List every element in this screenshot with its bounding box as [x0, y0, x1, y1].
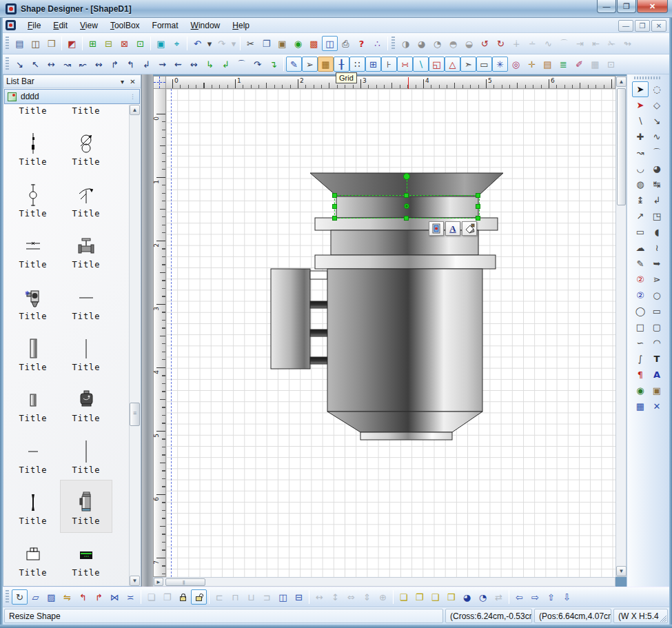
mirror-horizontal-button[interactable]: ⋈: [107, 589, 123, 605]
toolbar-grip[interactable]: [6, 590, 9, 604]
selection-handle-7[interactable]: [476, 216, 480, 221]
canvas-scroll-down-icon[interactable]: ▼: [616, 566, 627, 576]
canvas-scroll-right-icon[interactable]: ►: [154, 578, 163, 586]
arc-tool-button[interactable]: ◡: [632, 161, 649, 176]
text-block-tool-button[interactable]: ¶: [632, 367, 649, 383]
skew-horizontal-button[interactable]: ▱: [28, 589, 43, 605]
behind-shape-button[interactable]: ◔: [475, 589, 491, 605]
menu-file[interactable]: File: [21, 19, 47, 32]
wave-tool-button[interactable]: ∽: [632, 335, 649, 351]
sketch-fill-tool-button[interactable]: ✎: [632, 256, 649, 272]
path-node-tool-button[interactable]: ◇: [649, 97, 665, 113]
combine-shapes-button[interactable]: ◕: [414, 36, 429, 51]
child-close-button[interactable]: ✕: [651, 20, 666, 32]
list-item[interactable]: Title: [61, 121, 112, 172]
unlock-shape-button[interactable]: [191, 589, 207, 605]
selection-handle-4[interactable]: [476, 204, 480, 209]
bring-forward-button[interactable]: ❏: [396, 589, 411, 605]
list-item[interactable]: Title: [61, 173, 112, 224]
scribble-tool-button[interactable]: ≀: [649, 240, 665, 256]
arc-point-tool-button[interactable]: ⌒: [649, 145, 665, 161]
lasso-select-tool-button[interactable]: ◌: [649, 81, 665, 97]
arc-node-button[interactable]: ⌒: [234, 57, 250, 72]
list-item[interactable]: Title: [8, 173, 59, 224]
free-rotate-button[interactable]: ↻: [12, 589, 28, 605]
layers-button[interactable]: ≣: [556, 57, 571, 72]
shape-properties-button[interactable]: [429, 221, 444, 236]
ellipse-tool-button[interactable]: ○: [649, 287, 665, 303]
minimize-button[interactable]: —: [597, 0, 616, 13]
menu-toolbox[interactable]: ToolBox: [104, 19, 146, 32]
delete-tool-button[interactable]: ✕: [649, 398, 665, 414]
child-minimize-button[interactable]: —: [618, 20, 633, 32]
connector-zigzag-start-arrow-button[interactable]: ↜: [75, 57, 91, 72]
in-front-of-shape-button[interactable]: ◕: [459, 589, 475, 605]
rotate-right-90-button[interactable]: ↱: [91, 589, 107, 605]
space-down-button[interactable]: ⊟: [291, 589, 307, 605]
menu-window[interactable]: Window: [185, 19, 227, 32]
connector-step-left-arrow-button[interactable]: ↲: [139, 57, 154, 72]
flip-on-axis-button[interactable]: ⇋: [59, 589, 75, 605]
curve-node-mid-button[interactable]: ↲: [218, 57, 234, 72]
list-item[interactable]: Title: [8, 105, 59, 121]
motor-junction-box[interactable]: [271, 269, 310, 369]
show-panels-button[interactable]: ◫: [322, 36, 338, 51]
rotation-handle[interactable]: [403, 173, 410, 180]
dimension-v-tool-button[interactable]: ↨: [632, 192, 649, 208]
callout-rect-tool-button[interactable]: ▭: [632, 224, 649, 240]
listbar-close-button[interactable]: ✕: [128, 77, 138, 87]
copy-shape-button[interactable]: ⊡: [132, 36, 148, 51]
anchor-point-button[interactable]: ⌖: [169, 36, 185, 51]
motor-terminal-1[interactable]: [310, 301, 327, 308]
curve-handle-tool-button[interactable]: ◠: [649, 335, 665, 351]
show-handles-button[interactable]: ◱: [429, 57, 445, 72]
copy-button[interactable]: ❐: [258, 36, 274, 51]
list-item[interactable]: Title: [61, 378, 112, 429]
motor-body[interactable]: [327, 269, 482, 412]
list-item[interactable]: Title: [61, 429, 112, 480]
mirror-vertical-button[interactable]: ≍: [123, 589, 139, 605]
paste-button[interactable]: ▣: [274, 36, 290, 51]
undo-dropdown-button[interactable]: ▾: [205, 36, 214, 51]
node-select-tool-button[interactable]: ➤: [632, 97, 649, 113]
open-shape-button[interactable]: ⊟: [101, 36, 116, 51]
list-item[interactable]: Title: [8, 480, 59, 531]
connector-step-up-arrow-button[interactable]: ↰: [123, 57, 139, 72]
scroll-up-icon[interactable]: ▲: [130, 105, 140, 115]
list-item[interactable]: Title: [61, 105, 112, 121]
text-format-button[interactable]: A: [445, 221, 460, 236]
menu-help[interactable]: Help: [226, 19, 256, 32]
nudge-up-button[interactable]: ⇧: [543, 589, 559, 605]
motor-terminal-white[interactable]: [310, 271, 327, 279]
select-tool-button[interactable]: ➤: [632, 81, 649, 97]
snap-to-corner-button[interactable]: ⊦: [381, 57, 397, 72]
scroll-down-icon[interactable]: ▼: [130, 576, 140, 586]
nudge-down-button[interactable]: ⇩: [559, 589, 575, 605]
list-item-selected[interactable]: Title: [61, 480, 112, 531]
list-scrollbar[interactable]: ▲ ▼: [129, 105, 140, 586]
canvas-vscroll-thumb[interactable]: [617, 88, 626, 205]
list-item[interactable]: Title: [61, 532, 112, 583]
list-item[interactable]: Title: [8, 429, 59, 480]
child-restore-button[interactable]: ❐: [635, 20, 650, 32]
list-item[interactable]: Title: [61, 327, 112, 378]
list-item[interactable]: Title: [61, 224, 112, 275]
pie-tool-button[interactable]: ◕: [649, 161, 665, 176]
help-button[interactable]: ?: [354, 36, 369, 51]
nudge-right-button[interactable]: ⇨: [527, 589, 543, 605]
connector-line-button[interactable]: ↘: [12, 57, 28, 72]
print-button[interactable]: ⎙: [338, 36, 354, 51]
selection-handle-1[interactable]: [404, 193, 409, 198]
list-item[interactable]: Title: [8, 532, 59, 583]
canvas-horizontal-scrollbar[interactable]: ◄ ►: [153, 577, 615, 587]
panel-splitter[interactable]: [141, 74, 153, 587]
polyline-tool-button[interactable]: ↝: [632, 145, 649, 161]
shape-cursor-button[interactable]: ➢: [302, 57, 318, 72]
polygon-arrow-tool-button[interactable]: ➥: [649, 256, 665, 272]
arc-segment-button[interactable]: ↷: [250, 57, 265, 72]
intersect-shapes-button[interactable]: ◓: [445, 36, 461, 51]
properties-button[interactable]: ▤: [540, 57, 556, 72]
close-button[interactable]: ✕: [637, 0, 668, 13]
export-image-button[interactable]: ◩: [64, 36, 80, 51]
show-rotation-handle-button[interactable]: △: [445, 57, 460, 72]
